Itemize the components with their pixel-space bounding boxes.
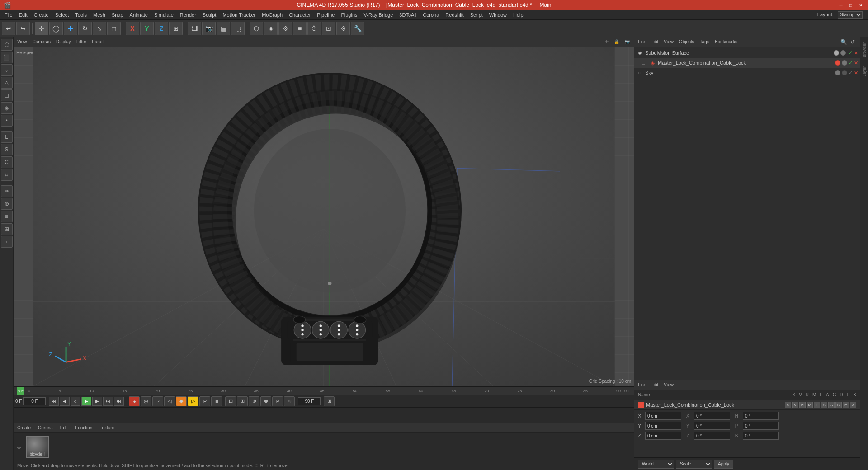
- all-axes-button[interactable]: ⊞: [169, 22, 183, 35]
- coord-x-rot[interactable]: [694, 412, 730, 420]
- menu-create[interactable]: Create: [31, 11, 52, 19]
- snap-key3[interactable]: ⊚: [249, 396, 259, 406]
- coord-y-pos[interactable]: [645, 422, 681, 430]
- render-settings[interactable]: ⚙: [336, 22, 350, 35]
- tool-s[interactable]: S: [1, 144, 13, 155]
- menu-3dtoall[interactable]: 3DToAll: [396, 11, 419, 19]
- end-frame-input[interactable]: [298, 397, 321, 405]
- next-key-btn[interactable]: ▷: [188, 396, 198, 406]
- vp-menu-view[interactable]: View: [15, 39, 29, 45]
- menu-window[interactable]: Window: [486, 11, 509, 19]
- tool-edge[interactable]: ◈: [1, 102, 13, 114]
- attr-btn-v[interactable]: V: [792, 402, 798, 408]
- menu-mesh[interactable]: Mesh: [90, 11, 108, 19]
- move-tool[interactable]: ✚: [64, 22, 77, 35]
- attr-btn-s[interactable]: S: [785, 402, 791, 408]
- attr-btn-e[interactable]: E: [843, 402, 849, 408]
- tool-knife[interactable]: ⌗: [1, 169, 13, 181]
- viewport[interactable]: Perspective: [14, 47, 634, 386]
- obj-x-btn-sky[interactable]: ✕: [854, 70, 858, 76]
- tool-c[interactable]: C: [1, 156, 13, 168]
- menu-select[interactable]: Select: [52, 11, 72, 19]
- attr-menu-view[interactable]: View: [662, 382, 675, 388]
- apply-button[interactable]: Apply: [714, 460, 733, 469]
- auto-key-btn[interactable]: ◎: [141, 396, 151, 406]
- obj-item-sky[interactable]: ○ Sky ✓ ✕: [634, 68, 860, 78]
- search-icon[interactable]: 🔍: [840, 38, 847, 46]
- menu-file[interactable]: File: [2, 11, 15, 19]
- tool-l[interactable]: L: [1, 131, 13, 143]
- live-selection-button[interactable]: ◯: [49, 22, 63, 35]
- goto-end2-btn[interactable]: ⏭: [114, 397, 124, 406]
- snap-key4[interactable]: ⊗: [260, 396, 271, 406]
- attr-btn-l[interactable]: L: [814, 402, 820, 408]
- y-axis-button[interactable]: Y: [140, 22, 154, 35]
- vp-menu-panel[interactable]: Panel: [90, 39, 105, 45]
- coord-z-rot[interactable]: [694, 432, 730, 440]
- menu-snap[interactable]: Snap: [109, 11, 126, 19]
- minimize-button[interactable]: ─: [837, 1, 844, 9]
- step-back-btn[interactable]: ◀: [60, 397, 70, 406]
- obj-checkmark[interactable]: ✓: [848, 50, 853, 56]
- menu-mograph[interactable]: MoGraph: [259, 11, 285, 19]
- obj-dot-sky1[interactable]: [835, 70, 840, 75]
- menu-character[interactable]: Character: [286, 11, 313, 19]
- mat-menu-edit[interactable]: Edit: [58, 425, 70, 431]
- settings-btn[interactable]: ⚙: [278, 22, 292, 35]
- record-btn[interactable]: ●: [129, 396, 140, 406]
- menu-sculpt[interactable]: Sculpt: [200, 11, 219, 19]
- coord-y-rot[interactable]: [694, 422, 730, 430]
- world-dropdown[interactable]: World: [638, 460, 674, 469]
- xpresso-btn[interactable]: ⊡: [322, 22, 335, 35]
- browser-label[interactable]: Browser: [862, 42, 867, 57]
- extra-ctrl-btn[interactable]: ⊞: [324, 396, 335, 406]
- render-in-editor[interactable]: 📷: [202, 22, 216, 35]
- menu-edit[interactable]: Edit: [16, 11, 30, 19]
- motion-clip-btn[interactable]: ≡: [211, 396, 222, 406]
- coord-x-pos[interactable]: [645, 412, 681, 420]
- obj-item-masterlock[interactable]: ◈ Master_Lock_Combination_Cable_Lock ✓ ✕: [634, 58, 860, 68]
- mat-menu-function[interactable]: Function: [73, 425, 94, 431]
- menu-tools[interactable]: Tools: [72, 11, 90, 19]
- tool-poly[interactable]: ◻: [1, 89, 13, 101]
- obj-dot-1[interactable]: [834, 50, 839, 56]
- x-axis-button[interactable]: X: [126, 22, 139, 35]
- redo-button[interactable]: ↪: [16, 22, 30, 35]
- obj-item-subdivision[interactable]: ◈ Subdivision Surface ✓ ✕: [634, 48, 860, 58]
- render-region[interactable]: ▦: [217, 22, 230, 35]
- vp-menu-cameras[interactable]: Cameras: [31, 39, 53, 45]
- obj-menu-objects[interactable]: Objects: [677, 39, 696, 45]
- layer-manager[interactable]: ≡: [293, 22, 307, 35]
- loop-btn[interactable]: P: [199, 396, 210, 406]
- goto-start-btn[interactable]: ⏮: [49, 397, 59, 406]
- rotate-tool[interactable]: ↻: [78, 22, 92, 35]
- undo-button[interactable]: ↩: [2, 22, 15, 35]
- obj-check-green[interactable]: ✓: [849, 60, 853, 66]
- tool-tweak[interactable]: ⬦: [1, 64, 13, 76]
- obj-menu-view[interactable]: View: [662, 39, 675, 45]
- obj-dot-red[interactable]: [835, 60, 840, 66]
- timeline-btn[interactable]: ⏱: [307, 22, 321, 35]
- attr-menu-file[interactable]: File: [636, 382, 647, 388]
- tool-magnet[interactable]: ⊕: [1, 198, 13, 210]
- attr-selected-item[interactable]: Master_Lock_Combination_Cable_Lock S V R…: [634, 400, 860, 410]
- menu-simulate[interactable]: Simulate: [151, 11, 176, 19]
- refresh-icon[interactable]: ↺: [849, 38, 856, 46]
- frame-input[interactable]: [23, 397, 46, 405]
- attr-btn-g[interactable]: G: [828, 402, 835, 408]
- render-picture-viewer[interactable]: 🎞: [188, 22, 201, 35]
- coord-h[interactable]: [743, 412, 779, 420]
- obj-menu-bookmarks[interactable]: Bookmarks: [713, 39, 739, 45]
- attr-btn-x[interactable]: X: [850, 402, 856, 408]
- play-back-btn[interactable]: ◁: [71, 397, 80, 406]
- tool-model[interactable]: ⬡: [1, 39, 13, 51]
- z-axis-button[interactable]: Z: [155, 22, 168, 35]
- tool-brush[interactable]: ✏: [1, 185, 13, 197]
- menu-animate[interactable]: Animate: [127, 11, 151, 19]
- tool-point[interactable]: •: [1, 115, 13, 127]
- layout-select[interactable]: Startup: [838, 11, 863, 19]
- attr-btn-d[interactable]: D: [835, 402, 842, 408]
- layer-label[interactable]: Layer: [862, 66, 867, 77]
- menu-plugins[interactable]: Plugins: [338, 11, 360, 19]
- extra-btn[interactable]: 🔧: [351, 22, 364, 35]
